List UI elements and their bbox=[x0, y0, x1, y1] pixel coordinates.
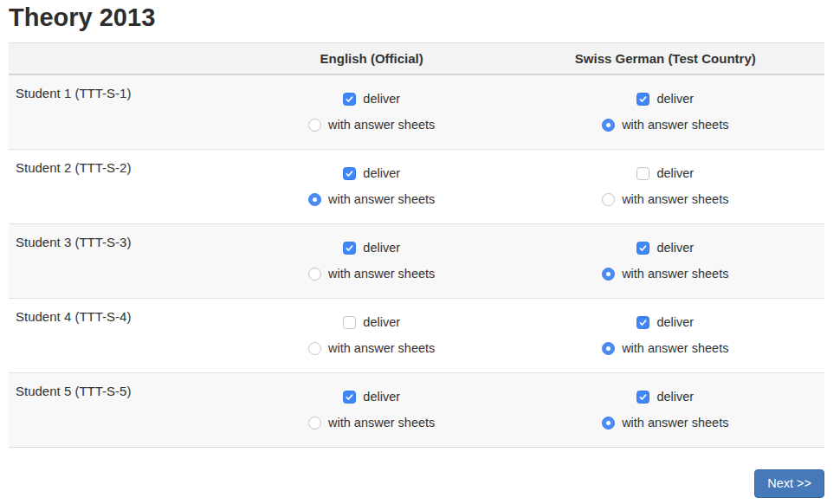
answer-sheets-option[interactable]: with answer sheets bbox=[244, 116, 500, 133]
deliver-option[interactable]: deliver bbox=[244, 388, 500, 405]
deliver-label[interactable]: deliver bbox=[363, 313, 400, 331]
deliver-label[interactable]: deliver bbox=[363, 388, 400, 405]
answer-sheets-label[interactable]: with answer sheets bbox=[622, 191, 728, 208]
answer-sheets-radio[interactable] bbox=[308, 193, 321, 206]
table-header: English (Official) Swiss German (Test Co… bbox=[9, 43, 824, 75]
deliver-label[interactable]: deliver bbox=[656, 90, 694, 107]
deliver-label[interactable]: deliver bbox=[656, 388, 694, 405]
answer-sheets-label[interactable]: with answer sheets bbox=[622, 116, 728, 133]
answer-sheets-option[interactable]: with answer sheets bbox=[244, 265, 500, 282]
answer-sheets-option[interactable]: with answer sheets bbox=[514, 116, 817, 133]
answer-sheets-option[interactable]: with answer sheets bbox=[244, 339, 500, 357]
deliver-label[interactable]: deliver bbox=[656, 239, 694, 256]
page-title: Theory 2013 bbox=[9, 3, 824, 32]
answer-sheets-option[interactable]: with answer sheets bbox=[514, 339, 817, 357]
table-row: Student 2 (TTT-S-2) deliver with answer … bbox=[9, 150, 824, 224]
answer-sheets-label[interactable]: with answer sheets bbox=[328, 191, 435, 208]
answer-sheets-radio[interactable] bbox=[602, 268, 615, 281]
english-options-cell: deliver with answer sheets bbox=[237, 299, 507, 373]
deliver-label[interactable]: deliver bbox=[363, 90, 400, 107]
answer-sheets-label[interactable]: with answer sheets bbox=[328, 116, 435, 133]
deliver-checkbox[interactable] bbox=[636, 167, 649, 180]
deliver-option[interactable]: deliver bbox=[244, 313, 500, 331]
answer-sheets-radio[interactable] bbox=[308, 417, 321, 430]
deliver-checkbox[interactable] bbox=[636, 316, 649, 329]
answer-sheets-option[interactable]: with answer sheets bbox=[244, 414, 500, 431]
check-icon bbox=[638, 243, 648, 253]
deliver-option[interactable]: deliver bbox=[244, 90, 500, 107]
student-name: Student 3 (TTT-S-3) bbox=[9, 224, 237, 299]
student-name: Student 1 (TTT-S-1) bbox=[9, 74, 237, 150]
swiss-german-options-cell: deliver with answer sheets bbox=[507, 299, 824, 373]
column-header-student bbox=[9, 43, 237, 75]
english-options-cell: deliver with answer sheets bbox=[237, 74, 507, 150]
radio-dot bbox=[606, 421, 611, 425]
deliver-checkbox[interactable] bbox=[636, 93, 649, 106]
deliver-option[interactable]: deliver bbox=[514, 313, 817, 331]
deliver-checkbox[interactable] bbox=[343, 93, 356, 106]
column-header-english: English (Official) bbox=[237, 43, 507, 75]
check-icon bbox=[638, 318, 648, 327]
delivery-page: Theory 2013 English (Official) Swiss Ger… bbox=[0, 0, 840, 504]
deliver-checkbox[interactable] bbox=[636, 391, 649, 404]
check-icon bbox=[345, 243, 354, 253]
check-icon bbox=[345, 94, 354, 104]
check-icon bbox=[345, 169, 354, 178]
check-icon bbox=[638, 392, 648, 402]
deliver-checkbox[interactable] bbox=[636, 242, 649, 255]
answer-sheets-label[interactable]: with answer sheets bbox=[622, 339, 728, 357]
deliver-option[interactable]: deliver bbox=[514, 239, 817, 256]
radio-dot bbox=[606, 346, 611, 351]
deliver-option[interactable]: deliver bbox=[244, 239, 500, 256]
student-name: Student 2 (TTT-S-2) bbox=[9, 150, 237, 224]
header-row: English (Official) Swiss German (Test Co… bbox=[9, 43, 824, 75]
next-button[interactable]: Next >> bbox=[754, 469, 824, 498]
deliver-checkbox[interactable] bbox=[343, 316, 356, 329]
english-options-cell: deliver with answer sheets bbox=[237, 150, 507, 224]
deliver-option[interactable]: deliver bbox=[244, 165, 500, 182]
deliver-label[interactable]: deliver bbox=[363, 165, 400, 182]
deliver-option[interactable]: deliver bbox=[514, 90, 817, 107]
answer-sheets-radio[interactable] bbox=[308, 342, 321, 355]
check-icon bbox=[638, 94, 648, 104]
answer-sheets-radio[interactable] bbox=[308, 268, 321, 281]
answer-sheets-label[interactable]: with answer sheets bbox=[328, 339, 435, 357]
swiss-german-options-cell: deliver with answer sheets bbox=[507, 150, 824, 224]
deliver-label[interactable]: deliver bbox=[656, 313, 694, 331]
deliver-option[interactable]: deliver bbox=[514, 388, 817, 405]
footer-bar: Next >> bbox=[9, 469, 824, 498]
answer-sheets-radio[interactable] bbox=[602, 193, 615, 206]
deliver-label[interactable]: deliver bbox=[363, 239, 400, 256]
student-name: Student 4 (TTT-S-4) bbox=[9, 299, 237, 373]
english-options-cell: deliver with answer sheets bbox=[237, 373, 507, 448]
answer-sheets-radio[interactable] bbox=[602, 417, 615, 430]
answer-sheets-option[interactable]: with answer sheets bbox=[514, 414, 817, 431]
radio-dot bbox=[313, 197, 317, 202]
student-name: Student 5 (TTT-S-5) bbox=[9, 373, 237, 448]
swiss-german-options-cell: deliver with answer sheets bbox=[507, 373, 824, 448]
radio-dot bbox=[606, 123, 611, 127]
radio-dot bbox=[606, 272, 611, 276]
student-table-body: Student 1 (TTT-S-1) deliver with answer … bbox=[9, 74, 824, 448]
answer-sheets-label[interactable]: with answer sheets bbox=[622, 265, 728, 282]
table-row: Student 3 (TTT-S-3) deliver with answer … bbox=[9, 224, 824, 299]
answer-sheets-option[interactable]: with answer sheets bbox=[514, 265, 817, 282]
deliver-checkbox[interactable] bbox=[343, 167, 356, 180]
deliver-checkbox[interactable] bbox=[343, 391, 356, 404]
answer-sheets-label[interactable]: with answer sheets bbox=[622, 414, 728, 431]
answer-sheets-label[interactable]: with answer sheets bbox=[328, 414, 435, 431]
answer-sheets-label[interactable]: with answer sheets bbox=[328, 265, 435, 282]
column-header-swiss-german: Swiss German (Test Country) bbox=[507, 43, 824, 75]
answer-sheets-option[interactable]: with answer sheets bbox=[514, 191, 817, 208]
table-row: Student 1 (TTT-S-1) deliver with answer … bbox=[9, 74, 824, 150]
table-row: Student 4 (TTT-S-4) deliver with answer … bbox=[9, 299, 824, 373]
answer-sheets-radio[interactable] bbox=[602, 342, 615, 355]
answer-sheets-radio[interactable] bbox=[602, 119, 615, 132]
table-row: Student 5 (TTT-S-5) deliver with answer … bbox=[9, 373, 824, 448]
deliver-option[interactable]: deliver bbox=[514, 165, 817, 182]
answer-sheets-radio[interactable] bbox=[308, 119, 321, 132]
answer-sheets-option[interactable]: with answer sheets bbox=[244, 191, 500, 208]
deliver-label[interactable]: deliver bbox=[656, 165, 694, 182]
students-table: English (Official) Swiss German (Test Co… bbox=[9, 42, 824, 448]
deliver-checkbox[interactable] bbox=[343, 242, 356, 255]
